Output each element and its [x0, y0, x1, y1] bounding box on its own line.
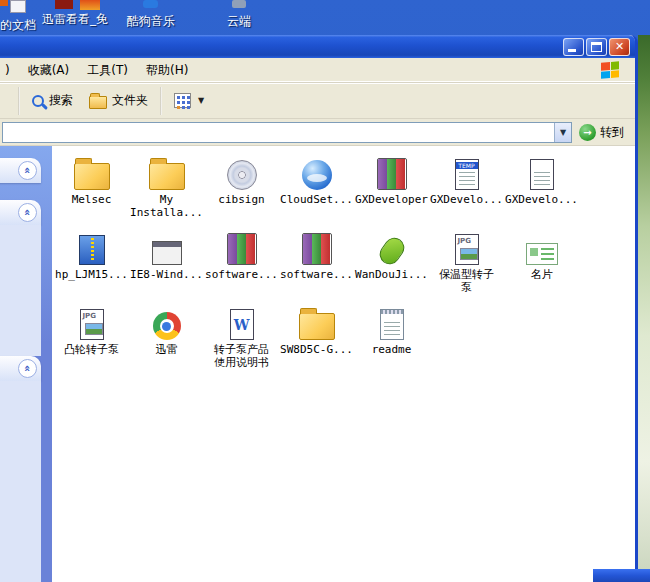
file-icon	[380, 304, 404, 340]
task-pane-body	[0, 381, 41, 582]
folder-icon	[89, 96, 107, 109]
task-pane-sidebar: « « «	[0, 146, 52, 582]
document-icon[interactable]	[10, 0, 26, 13]
file-label: cibsign	[218, 193, 264, 206]
minimize-button[interactable]	[563, 38, 584, 56]
address-input[interactable]: ▼	[2, 122, 572, 143]
menu-item-help[interactable]: 帮助(H)	[137, 60, 197, 81]
file-icon	[530, 154, 554, 190]
file-label: SW8D5C-G...	[280, 343, 353, 356]
file-item[interactable]: software...	[279, 227, 354, 302]
menu-item-cut[interactable]: )	[0, 61, 19, 79]
file-label: hp_LJM15...	[55, 268, 128, 281]
file-icon	[79, 229, 105, 265]
file-icon	[153, 304, 181, 340]
desktop-icon-label[interactable]: 酷狗音乐	[127, 13, 175, 30]
desktop-wallpaper-strip	[638, 35, 650, 582]
task-pane-header[interactable]: «	[0, 158, 41, 183]
file-item[interactable]: GXDeveloper	[354, 152, 429, 227]
cloud-icon[interactable]	[232, 0, 246, 8]
file-item[interactable]: hp_LJM15...	[54, 227, 129, 302]
views-button[interactable]: ▼	[166, 86, 212, 116]
file-label: WanDouJi...	[355, 268, 428, 281]
file-item[interactable]: 迅雷	[129, 302, 204, 377]
kugou-music-icon[interactable]	[143, 0, 158, 8]
collapse-chevron-icon[interactable]: «	[18, 359, 37, 378]
file-label: Melsec	[72, 193, 112, 206]
chevron-down-icon: ▼	[560, 128, 566, 137]
address-dropdown-button[interactable]: ▼	[554, 123, 571, 142]
file-item[interactable]: Melsec	[54, 152, 129, 227]
file-item[interactable]: 名片	[504, 227, 579, 302]
screen: 的文档 迅雷看看_免 酷狗音乐 云端 ✕ ) 收藏(A) 工具(T) 帮助(H)…	[0, 0, 650, 582]
file-item[interactable]: GXDevelo...	[504, 152, 579, 227]
task-pane-body	[0, 225, 41, 356]
file-item[interactable]: SW8D5C-G...	[279, 302, 354, 377]
file-item[interactable]: CloudSet...	[279, 152, 354, 227]
file-icon	[455, 229, 479, 265]
file-label: GXDevelo...	[430, 193, 503, 206]
file-item[interactable]: IE8-Wind...	[129, 227, 204, 302]
file-icon	[230, 304, 254, 340]
taskbar-fragment[interactable]	[593, 569, 650, 582]
file-label: software...	[205, 268, 278, 281]
collapse-chevron-icon[interactable]: «	[18, 161, 37, 180]
task-pane-header[interactable]: «	[0, 200, 41, 225]
file-item[interactable]: 转子泵产品 使用说明书	[204, 302, 279, 377]
title-bar[interactable]: ✕	[0, 35, 635, 58]
file-label: readme	[372, 343, 412, 356]
collapse-chevron-icon[interactable]: «	[18, 203, 37, 222]
file-icon	[74, 154, 110, 190]
file-item[interactable]: 保温型转子 泵	[429, 227, 504, 302]
file-label: 保温型转子 泵	[439, 268, 494, 294]
file-label: IE8-Wind...	[130, 268, 203, 281]
go-button[interactable]: → 转到	[572, 124, 631, 141]
explorer-window: ✕ ) 收藏(A) 工具(T) 帮助(H) 搜索 文件夹 ▼	[0, 35, 638, 582]
file-item[interactable]: cibsign	[204, 152, 279, 227]
file-label: GXDeveloper	[355, 193, 428, 206]
file-icon	[149, 154, 185, 190]
desktop-icon-label[interactable]: 迅雷看看_免	[42, 11, 108, 28]
xunlei-kankan-icon[interactable]	[80, 0, 100, 10]
toolbar-separator	[160, 87, 162, 115]
file-icon	[152, 229, 182, 265]
search-label: 搜索	[49, 92, 73, 109]
file-label: CloudSet...	[280, 193, 353, 206]
maximize-icon	[591, 42, 602, 52]
desktop-icon-fragment[interactable]	[0, 0, 8, 6]
file-icon	[455, 154, 479, 190]
desktop-icon-label[interactable]: 的文档	[0, 17, 36, 34]
search-button[interactable]: 搜索	[24, 86, 81, 116]
minimize-icon	[568, 49, 576, 52]
search-icon	[32, 95, 44, 107]
menu-bar: ) 收藏(A) 工具(T) 帮助(H)	[0, 58, 635, 83]
file-item[interactable]: WanDouJi...	[354, 227, 429, 302]
toolbar: 搜索 文件夹 ▼	[0, 83, 635, 119]
file-icon	[302, 154, 332, 190]
file-label: My Installa...	[130, 193, 203, 219]
file-item[interactable]: GXDevelo...	[429, 152, 504, 227]
file-item[interactable]: readme	[354, 302, 429, 377]
menu-item-tools[interactable]: 工具(T)	[78, 60, 137, 81]
toolbar-separator	[18, 87, 20, 115]
desktop-icon-fragment[interactable]	[55, 0, 73, 9]
folders-button[interactable]: 文件夹	[81, 86, 156, 116]
file-grid: Melsec My Installa...	[52, 152, 635, 377]
file-label: 转子泵产品 使用说明书	[214, 343, 269, 369]
chevron-down-icon: ▼	[198, 96, 204, 105]
desktop-icon-label[interactable]: 云端	[227, 13, 251, 30]
task-pane-header[interactable]: «	[0, 356, 41, 381]
menu-item-favorites[interactable]: 收藏(A)	[19, 60, 79, 81]
file-icon	[80, 304, 104, 340]
maximize-button[interactable]	[586, 38, 607, 56]
file-item[interactable]: software...	[204, 227, 279, 302]
main-area: « « «	[0, 146, 635, 582]
file-item[interactable]: My Installa...	[129, 152, 204, 227]
file-list-area: Melsec My Installa...	[52, 146, 635, 582]
views-icon	[174, 93, 191, 108]
folders-label: 文件夹	[112, 92, 148, 109]
file-icon	[227, 229, 257, 265]
file-item[interactable]: 凸轮转子泵	[54, 302, 129, 377]
close-button[interactable]: ✕	[609, 38, 630, 56]
go-label: 转到	[600, 124, 624, 141]
